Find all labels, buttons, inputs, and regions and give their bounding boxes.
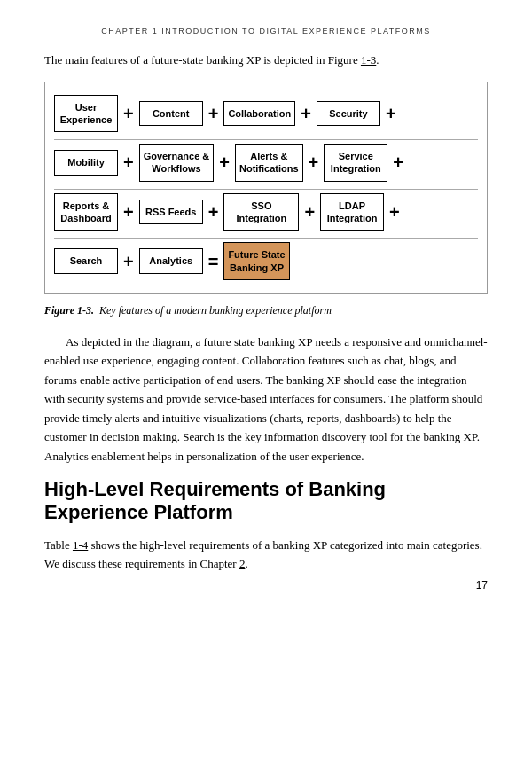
section-heading: High-Level Requirements of Banking Exper… [44,478,488,525]
diagram-row-2: Mobility + Governance &Workflows + Alert… [54,144,478,182]
plus-icon-10: + [208,203,219,221]
chapter-link[interactable]: 2 [239,557,246,570]
figure-caption-text: Key features of a modern banking experie… [97,304,332,317]
plus-icon-5: + [123,153,134,171]
plus-icon-8: + [393,153,403,171]
plus-icon-2: + [208,105,219,122]
box-user-experience: UserExperience [54,95,118,133]
plus-icon-6: + [219,153,230,171]
figure-link[interactable]: 1-3 [361,53,376,67]
plus-icon-7: + [309,153,319,171]
diagram-row-1: UserExperience + Content + Collaboration… [54,95,478,133]
box-content: Content [139,101,203,126]
box-security: Security [317,101,380,126]
box-ldap-integration: LDAPIntegration [320,193,384,231]
plus-icon-3: + [301,105,311,122]
intro-paragraph: The main features of a future-state bank… [44,51,488,69]
plus-icon-12: + [389,203,400,221]
section-body: Table 1-4 shows the high-level requireme… [44,536,488,574]
box-reports: Reports &Dashboard [54,193,118,231]
box-future-state: Future StateBanking XP [223,242,289,280]
diagram-row-3: Reports &Dashboard + RSS Feeds + SSO Int… [54,193,478,231]
box-collaboration: Collaboration [223,101,295,126]
box-alerts: Alerts &Notifications [235,144,303,182]
box-sso-integration: SSO Integration [223,193,299,231]
figure-label: Figure 1-3. [44,304,94,317]
plus-icon-4: + [386,105,396,122]
figure-caption: Figure 1-3. Key features of a modern ban… [44,302,488,318]
diagram-container: UserExperience + Content + Collaboration… [44,82,488,294]
plus-icon-9: + [123,203,134,221]
box-mobility: Mobility [54,150,118,175]
plus-icon-1: + [123,105,134,122]
diagram-row-4: Search + Analytics = Future StateBanking… [54,242,478,280]
table-link[interactable]: 1-4 [73,538,88,552]
page-number: 17 [476,579,488,592]
plus-icon-11: + [304,203,315,221]
box-governance: Governance &Workflows [139,144,215,182]
box-rss-feeds: RSS Feeds [139,200,203,224]
box-service-integration: ServiceIntegration [324,144,387,182]
box-search: Search [54,248,118,273]
equals-icon: = [208,253,219,270]
page-header: Chapter 1 Introduction to Digital Experi… [44,27,488,35]
box-analytics: Analytics [139,248,203,273]
plus-icon-13: + [123,253,134,270]
body-paragraph: As depicted in the diagram, a future sta… [44,333,488,466]
